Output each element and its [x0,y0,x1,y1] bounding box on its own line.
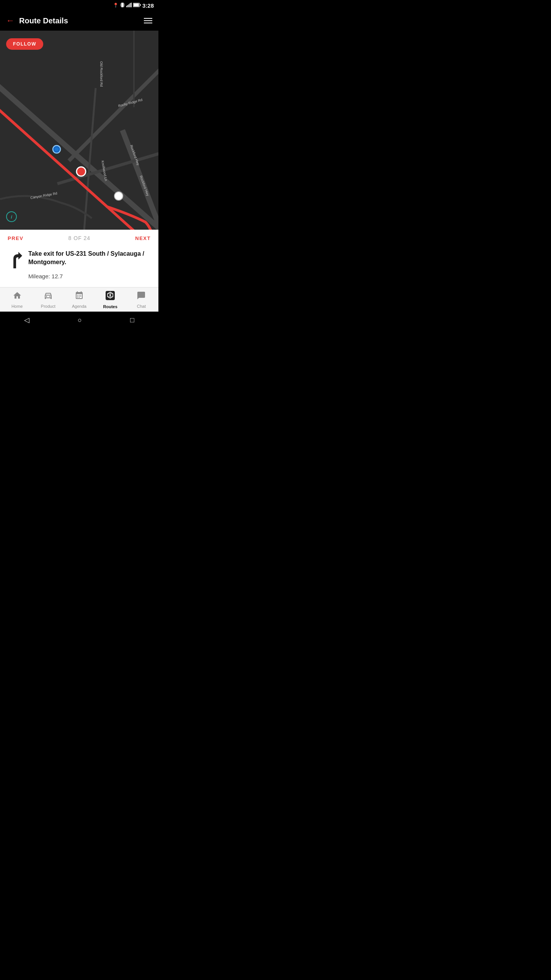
svg-rect-37 [79,297,80,298]
status-bar: 📍 3:28 [0,0,158,11]
product-icon [44,291,53,302]
svg-rect-33 [77,296,78,297]
back-system-button[interactable]: ◁ [24,316,29,324]
svg-rect-2 [124,3,124,7]
svg-rect-10 [140,4,141,6]
svg-rect-5 [129,4,129,7]
home-icon [13,291,22,302]
vibrate-icon [120,2,125,9]
signal-icon [126,3,132,8]
page-title: Route Details [19,16,144,25]
status-time: 3:28 [142,2,154,9]
recents-system-button[interactable]: □ [130,316,134,324]
chat-icon [137,291,146,302]
menu-line-2 [144,20,152,21]
routes-icon [105,291,115,303]
svg-rect-36 [77,297,78,298]
menu-button[interactable] [144,18,152,23]
svg-rect-0 [121,3,124,7]
menu-line-3 [144,23,152,23]
svg-rect-1 [121,3,121,7]
map-view[interactable]: Old Rockford Rd Rocky Ridge Rd Rockford … [0,31,158,230]
nav-controls: PREV 8 OF 24 NEXT [8,235,151,241]
nav-item-chat[interactable]: Chat [126,291,157,309]
nav-item-routes[interactable]: Routes [95,291,126,309]
battery-icon [133,3,141,8]
turn-arrow-icon [8,251,23,274]
nav-item-home-label: Home [11,304,23,309]
nav-item-home[interactable]: Home [2,291,33,309]
follow-button[interactable]: FOLLOW [6,38,43,50]
svg-point-19 [55,147,59,151]
agenda-icon [75,291,84,302]
nav-item-product-label: Product [41,304,55,309]
nav-counter: 8 OF 24 [68,235,91,241]
nav-item-agenda-label: Agenda [72,304,86,309]
svg-rect-30 [77,295,78,296]
system-nav-bar: ◁ ○ □ [0,312,158,328]
svg-point-21 [114,192,123,200]
bottom-nav: Home Product Age [0,287,158,312]
svg-rect-32 [80,295,81,296]
nav-panel: PREV 8 OF 24 NEXT Take exit for US-231 S… [0,230,158,287]
info-icon[interactable]: i [6,211,17,222]
nav-item-routes-label: Routes [103,304,117,309]
svg-rect-35 [80,296,81,297]
svg-rect-31 [79,295,80,296]
svg-point-29 [49,296,51,297]
svg-rect-6 [130,3,130,7]
svg-text:Old Rockford Rd: Old Rockford Rd [99,61,103,87]
svg-point-39 [109,294,111,296]
status-icons: 📍 3:28 [113,2,154,9]
header: ← Route Details [0,11,158,31]
next-button[interactable]: NEXT [135,235,151,241]
svg-rect-9 [134,3,139,7]
nav-item-chat-label: Chat [137,304,146,309]
svg-point-20 [77,167,86,176]
location-icon: 📍 [113,3,119,8]
direction-instruction: Take exit for US-231 South / Sylacauga /… [28,250,151,267]
direction-content: Take exit for US-231 South / Sylacauga /… [8,247,151,285]
nav-item-product[interactable]: Product [33,291,64,309]
home-system-button[interactable]: ○ [78,316,82,324]
back-button[interactable]: ← [6,16,15,26]
svg-point-28 [46,296,47,297]
svg-rect-7 [131,3,132,7]
direction-text-block: Take exit for US-231 South / Sylacauga /… [28,250,151,279]
svg-rect-34 [79,296,80,297]
direction-mileage: Mileage: 12.7 [28,273,151,279]
nav-item-agenda[interactable]: Agenda [64,291,95,309]
svg-rect-4 [127,5,128,7]
prev-button[interactable]: PREV [8,235,23,241]
svg-rect-3 [126,6,127,7]
menu-line-1 [144,18,152,19]
